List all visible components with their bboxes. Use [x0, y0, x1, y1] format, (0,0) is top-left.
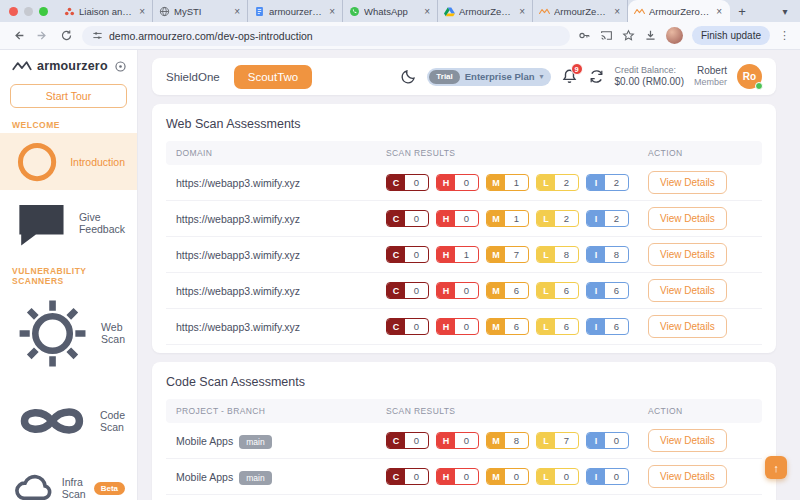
browser-menu-kebab-icon[interactable]: ⋮	[779, 29, 790, 42]
browser-profile-avatar[interactable]	[666, 27, 683, 44]
view-details-button[interactable]: View Details	[648, 465, 727, 488]
window-controls[interactable]	[0, 0, 58, 22]
severity-badge-m: M0	[486, 468, 529, 485]
project-branch-cell: Mobile Appsmain	[176, 471, 386, 483]
table-row: Mobile Appsmain C0H0M0L0I0 View Details	[166, 495, 762, 500]
severity-badge-h: H0	[436, 468, 479, 485]
branch-chip: main	[239, 435, 271, 449]
severity-badge-l: L7	[536, 432, 579, 449]
bookmark-star-icon[interactable]	[622, 29, 635, 42]
browser-tab[interactable]: ArmourZero Comp ×	[438, 0, 533, 22]
severity-badge-l: L2	[536, 174, 579, 191]
table-row: https://webapp3.wimify.xyz C0H0M1L2I2 Vi…	[166, 201, 762, 237]
view-details-button[interactable]: View Details	[648, 171, 727, 194]
scan-results: C0H0M8L7I0	[386, 432, 648, 449]
sidebar-item-introduction[interactable]: Introduction	[0, 133, 137, 190]
sidebar-item-give-feedback[interactable]: Give Feedback	[0, 190, 137, 256]
start-tour-button[interactable]: Start Tour	[10, 84, 127, 108]
severity-badge-m: M1	[486, 174, 529, 191]
main-content: ShieldOne ScoutTwo Trial Enterprise Plan…	[138, 50, 800, 500]
severity-badge-h: H0	[436, 282, 479, 299]
severity-badge-c: C0	[386, 318, 429, 335]
close-tab-icon[interactable]: ×	[232, 6, 242, 17]
notification-count-badge: 9	[571, 63, 583, 75]
severity-badge-m: M8	[486, 432, 529, 449]
column-project-branch: PROJECT - BRANCH	[176, 406, 386, 416]
dark-mode-moon-icon[interactable]	[400, 68, 417, 85]
user-avatar[interactable]: Ro	[737, 64, 762, 89]
view-details-button[interactable]: View Details	[648, 279, 727, 302]
new-tab-button[interactable]: +	[730, 0, 754, 22]
column-action: ACTION	[648, 406, 752, 416]
plan-name: Enterprise Plan	[465, 71, 535, 82]
credit-balance: Credit Balance: $0.00 (RM0.00)	[615, 65, 684, 89]
brand: armourzero	[0, 57, 137, 75]
minimize-window-button[interactable]	[24, 7, 33, 16]
browser-tab[interactable]: MySTI ×	[153, 0, 248, 22]
cast-icon[interactable]	[600, 29, 613, 42]
severity-badge-h: H0	[436, 432, 479, 449]
url-bar[interactable]: demo.armourzero.com/dev-ops-introduction	[82, 26, 570, 46]
passwords-key-icon[interactable]	[578, 29, 591, 42]
close-tab-icon[interactable]: ×	[517, 6, 527, 17]
browser-tab[interactable]: Liaison and collab ×	[58, 0, 153, 22]
view-details-button[interactable]: View Details	[648, 207, 727, 230]
close-tab-icon[interactable]: ×	[422, 6, 432, 17]
close-tab-icon[interactable]: ×	[137, 6, 147, 17]
scan-results: C0H0M6L6I6	[386, 282, 648, 299]
credit-balance-label: Credit Balance:	[615, 65, 684, 76]
domain-cell: https://webapp3.wimify.xyz	[176, 249, 386, 261]
back-icon[interactable]	[10, 28, 26, 44]
tab-shieldone[interactable]: ShieldOne	[166, 71, 220, 83]
project-branch-cell: Mobile Appsmain	[176, 435, 386, 447]
tab-scouttwo[interactable]: ScoutTwo	[234, 65, 313, 89]
tab-title: armourzero.com	[269, 6, 323, 17]
notifications-bell-icon[interactable]: 9	[561, 68, 578, 85]
scan-results: C0H1M7L8I8	[386, 246, 648, 263]
download-icon[interactable]	[644, 29, 657, 42]
close-window-button[interactable]	[9, 7, 18, 16]
sidebar-item-infra-scan[interactable]: Infra ScanBeta	[0, 464, 137, 500]
circle-icon	[12, 137, 62, 187]
table-row: https://webapp3.wimify.xyz C0H0M6L6I6 Vi…	[166, 273, 762, 309]
target-icon[interactable]	[114, 60, 127, 73]
web-scan-table-header: DOMAIN SCAN RESULTS ACTION	[166, 141, 762, 165]
browser-tab[interactable]: ArmourZero - Sim ×	[533, 0, 628, 22]
tab-title: ArmourZero - Sim	[554, 6, 608, 17]
sidebar-item-label: Give Feedback	[79, 211, 125, 235]
close-tab-icon[interactable]: ×	[612, 6, 622, 17]
sidebar-item-web-scan[interactable]: Web Scan	[0, 289, 137, 377]
close-tab-icon[interactable]: ×	[327, 6, 337, 17]
browser-tab[interactable]: ArmourZero - Sim ×	[628, 0, 730, 22]
reload-icon[interactable]	[58, 28, 74, 44]
view-details-button[interactable]: View Details	[648, 429, 727, 452]
sidebar-item-code-scan[interactable]: Code Scan	[0, 377, 137, 464]
severity-badge-i: I2	[586, 174, 629, 191]
view-details-button[interactable]: View Details	[648, 243, 727, 266]
online-status-dot	[755, 82, 763, 90]
globe-icon	[159, 6, 170, 17]
severity-badge-i: I2	[586, 210, 629, 227]
brand-name: armourzero	[37, 59, 109, 73]
severity-badge-h: H0	[436, 318, 479, 335]
docs-icon	[254, 6, 265, 17]
finish-update-button[interactable]: Finish update	[692, 26, 770, 45]
user-name: Robert	[694, 65, 727, 78]
web-scan-card: Web Scan Assessments DOMAIN SCAN RESULTS…	[152, 104, 776, 353]
maximize-window-button[interactable]	[39, 7, 48, 16]
view-details-button[interactable]: View Details	[648, 315, 727, 338]
browser-tab-bar: Liaison and collab × MySTI × armourzero.…	[0, 0, 800, 22]
browser-tab[interactable]: armourzero.com ×	[248, 0, 343, 22]
severity-badge-l: L2	[536, 210, 579, 227]
severity-badge-m: M7	[486, 246, 529, 263]
forward-icon[interactable]	[34, 28, 50, 44]
tab-list-chevron-icon[interactable]: ▾	[770, 0, 800, 22]
browser-tab[interactable]: WhatsApp ×	[343, 0, 438, 22]
tune-icon	[92, 30, 103, 41]
refresh-icon[interactable]	[588, 68, 605, 85]
close-tab-icon[interactable]: ×	[714, 6, 724, 17]
tab-title: MySTI	[174, 6, 228, 17]
scroll-to-top-button[interactable]: ↑	[765, 456, 787, 479]
plan-selector[interactable]: Trial Enterprise Plan ▾	[427, 68, 550, 86]
severity-badge-m: M6	[486, 318, 529, 335]
